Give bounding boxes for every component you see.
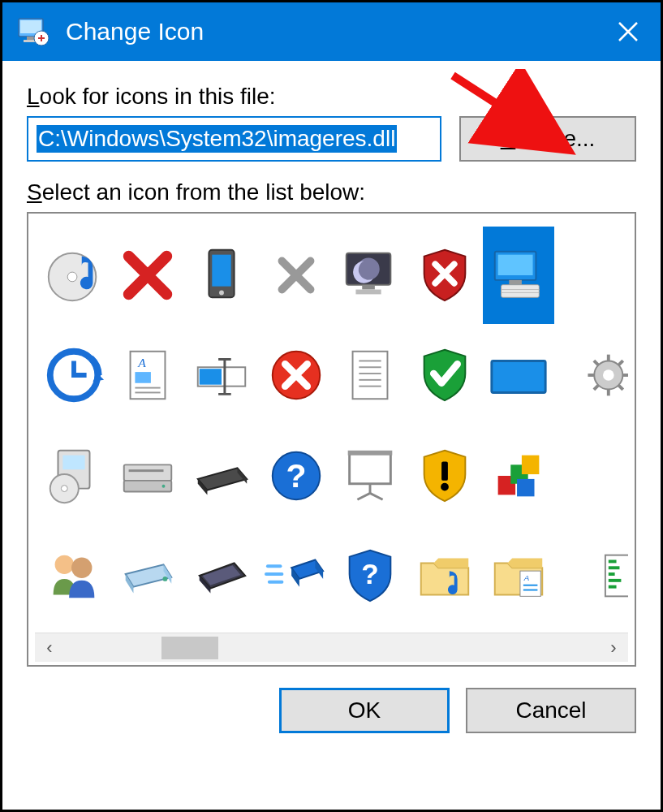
svg-text:A: A bbox=[137, 356, 146, 370]
document-lines-icon[interactable] bbox=[335, 327, 406, 425]
svg-point-68 bbox=[163, 577, 168, 581]
scanner-icon[interactable] bbox=[187, 427, 257, 525]
svg-text:A: A bbox=[523, 573, 530, 582]
file-path-input[interactable]: C:\Windows\System32\imageres.dll bbox=[27, 116, 441, 162]
ok-button[interactable]: OK bbox=[279, 688, 450, 733]
svg-rect-64 bbox=[522, 455, 539, 473]
icon-list: A??A ‹ › bbox=[27, 212, 636, 667]
svg-line-40 bbox=[619, 361, 624, 365]
svg-rect-53 bbox=[129, 469, 164, 472]
circle-x-red-icon[interactable] bbox=[260, 327, 331, 425]
browse-button[interactable]: Browse... bbox=[459, 116, 636, 162]
svg-point-7 bbox=[67, 272, 77, 282]
svg-point-54 bbox=[162, 484, 166, 487]
people-icon[interactable] bbox=[38, 528, 109, 625]
svg-rect-82 bbox=[609, 585, 617, 589]
svg-rect-58 bbox=[348, 451, 393, 456]
hard-drive-icon[interactable] bbox=[112, 528, 183, 625]
shield-help-icon[interactable]: ? bbox=[335, 528, 406, 625]
svg-rect-36 bbox=[492, 361, 545, 393]
svg-line-44 bbox=[594, 386, 599, 391]
cutoff-3[interactable] bbox=[558, 427, 628, 525]
svg-rect-24 bbox=[135, 372, 151, 383]
svg-point-10 bbox=[220, 290, 225, 295]
cancel-button[interactable]: Cancel bbox=[466, 688, 636, 733]
svg-rect-9 bbox=[213, 254, 231, 286]
cutoff-1[interactable] bbox=[558, 227, 628, 324]
svg-point-50 bbox=[61, 485, 67, 491]
folder-document-icon[interactable]: A bbox=[483, 528, 553, 625]
svg-line-42 bbox=[619, 386, 624, 391]
document-a-icon[interactable]: A bbox=[112, 327, 183, 425]
svg-rect-14 bbox=[356, 289, 381, 294]
scroll-left-button[interactable]: ‹ bbox=[35, 633, 64, 663]
monitor-moon-icon[interactable] bbox=[335, 227, 406, 324]
close-button[interactable] bbox=[604, 7, 652, 56]
horizontal-scrollbar[interactable]: ‹ › bbox=[35, 633, 628, 662]
svg-rect-17 bbox=[509, 280, 522, 285]
chip-fast-icon[interactable] bbox=[260, 528, 331, 625]
shield-x-icon[interactable] bbox=[409, 227, 480, 324]
widescreen-icon[interactable] bbox=[483, 327, 553, 425]
svg-rect-65 bbox=[517, 479, 534, 496]
svg-rect-16 bbox=[498, 254, 533, 274]
computer-icon[interactable] bbox=[483, 227, 553, 324]
svg-rect-73 bbox=[520, 571, 540, 596]
scrollbar-thumb[interactable] bbox=[161, 637, 218, 659]
projector-screen-icon[interactable] bbox=[335, 427, 406, 525]
select-icon-label: Select an icon from the list below: bbox=[27, 179, 636, 205]
svg-line-46 bbox=[594, 361, 599, 365]
shield-warning-icon[interactable] bbox=[409, 427, 480, 525]
color-blocks-icon[interactable] bbox=[483, 427, 553, 525]
svg-point-66 bbox=[54, 555, 73, 574]
svg-rect-60 bbox=[441, 461, 448, 480]
drive-bay-icon[interactable] bbox=[112, 427, 183, 525]
phone-device-icon[interactable] bbox=[187, 227, 257, 324]
rename-box-icon[interactable] bbox=[187, 327, 257, 425]
svg-text:?: ? bbox=[361, 558, 378, 590]
red-x-icon[interactable] bbox=[112, 227, 183, 324]
svg-text:?: ? bbox=[286, 456, 306, 494]
titlebar: Change Icon bbox=[2, 2, 661, 61]
tablet-dark-icon[interactable] bbox=[187, 528, 257, 625]
app-icon bbox=[15, 14, 51, 50]
gray-x-icon[interactable] bbox=[260, 227, 331, 324]
window-title: Change Icon bbox=[66, 18, 604, 45]
gear-cutoff-icon[interactable] bbox=[558, 327, 628, 425]
scrollbar-track[interactable] bbox=[64, 633, 599, 662]
music-disc-icon[interactable] bbox=[38, 227, 109, 324]
svg-rect-30 bbox=[353, 352, 388, 400]
shield-check-icon[interactable] bbox=[409, 327, 480, 425]
svg-rect-79 bbox=[609, 567, 620, 570]
path-row: C:\Windows\System32\imageres.dll Browse.… bbox=[27, 116, 636, 162]
icon-grid: A??A bbox=[35, 223, 628, 633]
green-bars-cutoff-icon[interactable] bbox=[558, 528, 628, 625]
look-for-label: Look for icons in this file: bbox=[27, 84, 636, 110]
svg-point-38 bbox=[603, 369, 614, 381]
svg-point-67 bbox=[71, 558, 92, 578]
svg-rect-51 bbox=[124, 464, 172, 481]
clock-arrow-icon[interactable] bbox=[38, 327, 109, 425]
svg-rect-48 bbox=[62, 455, 84, 469]
disc-box-icon[interactable] bbox=[38, 427, 109, 525]
svg-rect-81 bbox=[609, 579, 622, 582]
dialog-button-row: OK Cancel bbox=[27, 681, 636, 733]
svg-rect-78 bbox=[609, 560, 617, 564]
folder-music-icon[interactable] bbox=[409, 528, 480, 625]
dialog-content: Look for icons in this file: C:\Windows\… bbox=[2, 61, 661, 810]
change-icon-dialog: Change Icon Look for icons in this file:… bbox=[0, 0, 663, 812]
svg-rect-13 bbox=[362, 284, 375, 289]
svg-rect-80 bbox=[609, 572, 615, 576]
scroll-right-button[interactable]: › bbox=[599, 633, 628, 663]
svg-rect-28 bbox=[200, 369, 222, 385]
svg-point-61 bbox=[441, 483, 449, 491]
help-circle-icon[interactable]: ? bbox=[260, 427, 331, 525]
svg-rect-18 bbox=[501, 284, 539, 297]
svg-rect-57 bbox=[350, 453, 391, 483]
